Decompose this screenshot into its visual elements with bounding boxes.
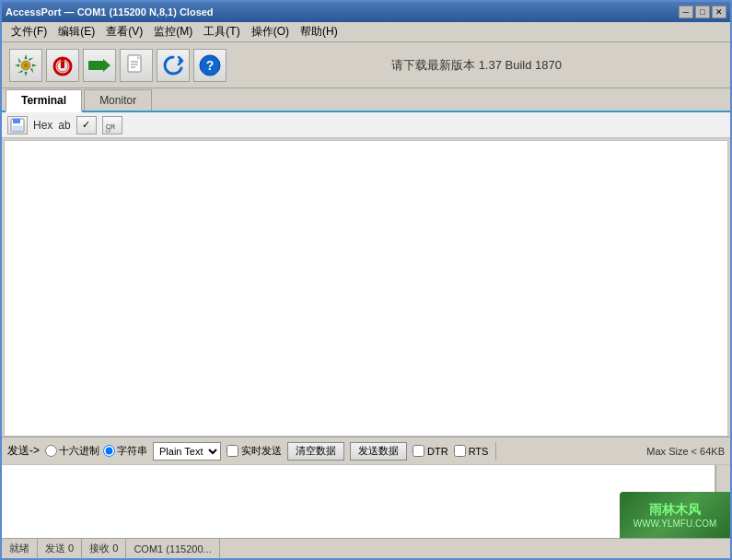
terminal-display xyxy=(4,140,728,437)
hex-radio-text: 十六进制 xyxy=(59,444,99,458)
dtr-label[interactable]: DTR xyxy=(412,445,448,457)
menu-bar: 文件(F) 编辑(E) 查看(V) 监控(M) 工具(T) 操作(O) 帮助(H… xyxy=(2,22,730,42)
app-window: AccessPort — COM1 (115200 N,8,1) Closed … xyxy=(0,0,732,560)
tab-terminal[interactable]: Terminal xyxy=(6,89,82,112)
svg-rect-4 xyxy=(61,57,64,68)
send-data-button[interactable]: 发送数据 xyxy=(350,442,407,461)
save-button[interactable] xyxy=(7,116,28,134)
title-bar-buttons: ─ □ ✕ xyxy=(679,6,726,18)
title-bar: AccessPort — COM1 (115200 N,8,1) Closed … xyxy=(2,2,730,22)
hex-radio-label[interactable]: 十六进制 xyxy=(45,444,99,458)
sub-toolbar: Hex ab ✓ CR LF xyxy=(2,112,730,138)
menu-file[interactable]: 文件(F) xyxy=(6,22,52,41)
text-format-select[interactable]: Plain Text Hex xyxy=(153,442,221,461)
tabs-bar: Terminal Monitor xyxy=(2,88,730,112)
svg-rect-18 xyxy=(13,126,22,131)
menu-tools[interactable]: 工具(T) xyxy=(198,22,245,41)
crlf-button[interactable]: CR LF xyxy=(102,116,122,134)
status-received: 接收 0 xyxy=(82,539,126,558)
maximize-button[interactable]: □ xyxy=(695,6,710,18)
svg-text:LF: LF xyxy=(106,128,111,133)
menu-operate[interactable]: 操作(O) xyxy=(246,22,295,41)
status-bar: 就绪 发送 0 接收 0 COM1 (115200... xyxy=(2,538,730,558)
connect-button[interactable] xyxy=(83,49,116,82)
minimize-button[interactable]: ─ xyxy=(679,6,693,18)
check-button[interactable]: ✓ xyxy=(76,116,97,134)
realtime-send-checkbox[interactable] xyxy=(227,445,238,457)
separator xyxy=(495,442,496,461)
rts-text: RTS xyxy=(469,446,489,457)
radio-group: 十六进制 字符串 xyxy=(45,444,147,458)
watermark-line1: 雨林木风 xyxy=(649,502,701,519)
dtr-text: DTR xyxy=(427,446,448,457)
realtime-send-text: 实时发送 xyxy=(241,444,282,458)
ab-label: ab xyxy=(58,119,70,132)
send-bar: 发送-> 十六进制 字符串 Plain Text Hex 实时发送 清空数据 xyxy=(2,437,730,464)
watermark-line2: WWW.YLMFU.COM xyxy=(633,519,717,529)
rts-label[interactable]: RTS xyxy=(454,445,489,457)
title-text: AccessPort — COM1 (115200 N,8,1) Closed xyxy=(6,6,214,18)
svg-rect-17 xyxy=(13,119,20,123)
send-direction-label: 发送-> xyxy=(7,443,40,459)
menu-view[interactable]: 查看(V) xyxy=(100,22,148,41)
svg-rect-6 xyxy=(88,61,103,70)
main-content: 发送-> 十六进制 字符串 Plain Text Hex 实时发送 清空数据 xyxy=(2,138,730,538)
menu-edit[interactable]: 编辑(E) xyxy=(52,22,100,41)
send-input[interactable] xyxy=(2,465,715,538)
help-button[interactable]: ? xyxy=(193,49,227,82)
tab-monitor[interactable]: Monitor xyxy=(84,89,152,111)
status-ready: 就绪 xyxy=(2,539,38,558)
max-size-label: Max Size < 64KB xyxy=(646,446,725,457)
status-port: COM1 (115200... xyxy=(126,539,219,558)
svg-text:?: ? xyxy=(206,58,215,73)
menu-help[interactable]: 帮助(H) xyxy=(295,22,343,41)
close-button[interactable]: ✕ xyxy=(712,6,726,18)
toolbar: ? 请下载最新版本 1.37 Build 1870 xyxy=(2,42,730,88)
char-radio-label[interactable]: 字符串 xyxy=(103,444,147,458)
menu-monitor[interactable]: 监控(M) xyxy=(148,22,198,41)
dtr-checkbox[interactable] xyxy=(412,445,424,457)
rts-checkbox[interactable] xyxy=(454,445,466,457)
hex-label: Hex xyxy=(33,119,52,132)
status-sent: 发送 0 xyxy=(38,539,82,558)
svg-marker-7 xyxy=(103,59,110,72)
document-button[interactable] xyxy=(120,49,153,82)
char-radio-text: 字符串 xyxy=(117,444,147,458)
power-button[interactable] xyxy=(46,49,79,82)
char-radio[interactable] xyxy=(103,445,115,457)
svg-point-2 xyxy=(24,64,28,67)
check-icon: ✓ xyxy=(82,119,90,131)
settings-button[interactable] xyxy=(9,49,42,82)
hex-radio[interactable] xyxy=(45,445,57,457)
realtime-send-label[interactable]: 实时发送 xyxy=(227,444,282,458)
update-notice: 请下载最新版本 1.37 Build 1870 xyxy=(230,57,723,74)
refresh-button[interactable] xyxy=(157,49,190,82)
watermark: 雨林木风 WWW.YLMFU.COM xyxy=(620,492,730,538)
clear-data-button[interactable]: 清空数据 xyxy=(287,442,344,461)
